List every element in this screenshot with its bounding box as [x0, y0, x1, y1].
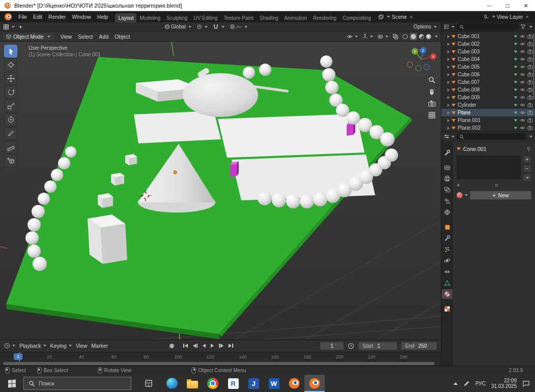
outliner-row-cube009[interactable]: Cube.009 — [441, 94, 535, 101]
start-button[interactable] — [0, 375, 23, 392]
render-camera-icon[interactable] — [527, 125, 533, 131]
tab-material[interactable] — [442, 289, 453, 299]
tab-constraints[interactable] — [442, 267, 453, 277]
outliner-row-cube002[interactable]: Cube.002 — [441, 40, 535, 48]
outliner-search-field[interactable] — [457, 23, 518, 30]
taskbar-app-explorer[interactable] — [182, 375, 203, 392]
properties-editor-selector[interactable] — [444, 134, 455, 139]
tab-texture-paint[interactable]: Texture Paint — [220, 13, 256, 22]
shading-rendered-button[interactable] — [426, 34, 431, 39]
object-name[interactable]: Cube.007 — [458, 79, 480, 85]
rotate-tool[interactable] — [4, 86, 17, 99]
hide-eye-icon[interactable] — [520, 56, 525, 62]
menu-help[interactable]: Help — [94, 14, 111, 20]
taskbar-app-chrome[interactable] — [203, 375, 223, 392]
viewport-menu-object[interactable]: Object — [111, 34, 133, 40]
options-dropdown[interactable]: Options — [414, 24, 437, 29]
3d-viewport[interactable]: User Perspective (1) Scene Collection | … — [0, 42, 441, 340]
close-button[interactable] — [517, 0, 535, 11]
taskbar-app-blender-2-active[interactable] — [304, 375, 325, 392]
maximize-button[interactable] — [498, 0, 517, 11]
tab-view-layer[interactable] — [442, 185, 453, 195]
tab-output[interactable] — [442, 174, 453, 184]
scene-selector[interactable]: Scene — [376, 14, 414, 20]
scene-name[interactable]: Scene — [391, 14, 407, 20]
object-name[interactable]: Cube.006 — [458, 72, 480, 77]
timeline-marker-menu[interactable]: Marker — [91, 343, 108, 349]
blender-logo-menu[interactable] — [4, 13, 12, 21]
tab-texture[interactable] — [442, 304, 453, 314]
taskbar-app-edge[interactable] — [162, 375, 182, 392]
viewport-menu-view[interactable]: View — [58, 34, 75, 40]
zoom-button[interactable] — [428, 76, 436, 84]
transform-orientation-dropdown[interactable]: Global — [164, 24, 191, 29]
taskbar-clock[interactable]: 22:09 31.03.2025 — [491, 378, 517, 389]
outliner-row-plane[interactable]: Plane — [441, 109, 535, 116]
tab-particles[interactable] — [442, 245, 453, 254]
shading-material-button[interactable] — [419, 34, 424, 39]
filter-funnel-icon[interactable] — [520, 24, 526, 29]
render-camera-icon[interactable] — [527, 117, 533, 123]
render-camera-icon[interactable] — [527, 102, 533, 108]
prev-keyframe-button[interactable] — [191, 343, 199, 349]
hide-eye-icon[interactable] — [520, 34, 525, 39]
scale-tool[interactable] — [4, 100, 17, 112]
playback-menu[interactable]: Playback — [19, 343, 46, 349]
timeline-scroll-thumb[interactable] — [3, 362, 435, 365]
timeline-scrollbar[interactable] — [0, 361, 441, 366]
navigation-gizmo[interactable]: Y Z X — [406, 45, 439, 74]
expand-icon[interactable] — [447, 111, 449, 114]
render-camera-icon[interactable] — [527, 56, 533, 62]
outliner-row-cube004[interactable]: Cube.004 — [441, 55, 535, 63]
outliner-row-cube007[interactable]: Cube.007 — [441, 78, 535, 86]
end-frame-field[interactable]: End250 — [401, 342, 437, 350]
object-name[interactable]: Cube.008 — [458, 87, 480, 93]
overlays-dropdown[interactable] — [377, 34, 388, 40]
render-camera-icon[interactable] — [527, 34, 533, 39]
tab-modifiers[interactable] — [442, 233, 453, 243]
render-camera-icon[interactable] — [527, 95, 533, 100]
current-frame-marker[interactable]: 1 — [14, 353, 22, 360]
record-button[interactable] — [168, 343, 176, 349]
expand-icon[interactable] — [447, 104, 449, 107]
start-frame-field[interactable]: Start1 — [358, 342, 397, 350]
tall-box-object[interactable] — [88, 215, 127, 264]
shading-wireframe-button[interactable] — [403, 34, 408, 39]
pen-ink-icon[interactable] — [463, 380, 470, 387]
slot-specials-button[interactable] — [523, 174, 531, 182]
view-layer-unlink-icon[interactable] — [525, 14, 529, 20]
tab-layout[interactable]: Layout — [115, 13, 136, 22]
outliner-row-cube008[interactable]: Cube.008 — [441, 86, 535, 94]
outliner-row-cube001[interactable]: Cube.001 — [441, 33, 535, 40]
hide-eye-icon[interactable] — [520, 117, 525, 123]
render-camera-icon[interactable] — [527, 79, 533, 85]
hide-eye-icon[interactable] — [520, 72, 525, 77]
object-name[interactable]: Cube.004 — [458, 56, 480, 62]
tab-object[interactable] — [442, 222, 453, 232]
object-visibility-dropdown[interactable] — [347, 34, 358, 40]
menu-window[interactable]: Window — [69, 14, 94, 20]
language-indicator[interactable]: РУС — [475, 381, 486, 386]
task-view-button[interactable] — [138, 375, 159, 392]
hide-eye-icon[interactable] — [520, 49, 525, 54]
view-layer-selector[interactable]: View Layer — [482, 14, 531, 20]
expand-icon[interactable] — [447, 81, 449, 84]
add-slot-button[interactable] — [523, 156, 531, 163]
proportional-editing-controls[interactable] — [230, 24, 247, 29]
hide-eye-icon[interactable] — [520, 87, 525, 93]
render-camera-icon[interactable] — [527, 49, 533, 54]
outliner-row-cube003[interactable]: Cube.003 — [441, 48, 535, 55]
hide-eye-icon[interactable] — [520, 125, 525, 131]
object-name[interactable]: Cylinder — [458, 102, 476, 108]
object-name[interactable]: Plane — [458, 110, 471, 115]
tab-object-data[interactable] — [442, 278, 453, 288]
cursor-tool[interactable] — [4, 58, 17, 71]
hide-eye-icon[interactable] — [520, 95, 525, 100]
expand-icon[interactable] — [447, 73, 449, 76]
taskbar-app-r[interactable] — [223, 375, 243, 392]
snapping-controls[interactable] — [213, 24, 224, 30]
taskbar-search-box[interactable]: Поиск — [23, 377, 131, 390]
viewport-menu-select[interactable]: Select — [75, 34, 96, 40]
expand-icon[interactable] — [447, 43, 449, 46]
viewport-menu-add[interactable]: Add — [96, 34, 111, 40]
